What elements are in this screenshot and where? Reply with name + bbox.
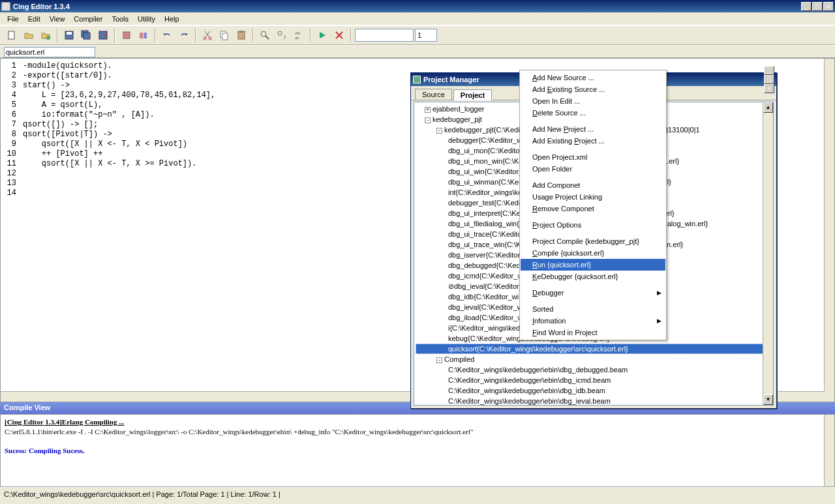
pm-tree-vscrollbar[interactable]: ▲ ▼ [763, 102, 773, 405]
editor-vscrollbar[interactable] [824, 59, 834, 391]
menu-separator [521, 301, 665, 301]
redo-button[interactable] [176, 27, 192, 43]
menu-item[interactable]: Add Existing Source ... [521, 83, 665, 95]
menu-item[interactable]: Debugger▶ [521, 287, 665, 299]
menubar: File Edit View Compiler Tools Utility He… [0, 12, 835, 25]
tree-label: ejabberd_logger [433, 105, 485, 113]
book-button[interactable] [119, 27, 134, 43]
tree-label: Compiled [444, 355, 474, 363]
app-icon [1, 2, 10, 11]
toolbar: ABab [0, 25, 835, 45]
menu-item[interactable]: Project Options [521, 219, 665, 231]
svg-rect-7 [123, 32, 130, 38]
undo-button[interactable] [159, 27, 175, 43]
menu-item[interactable]: Project Compile {kedebugger_pjt} [521, 235, 665, 247]
menu-item[interactable]: KeDebugger {quicksort.erl} [521, 271, 665, 282]
menu-help[interactable]: Help [160, 14, 184, 24]
compile-line-header: [Cing Editor 1.3.4]Erlang Compiling ... [5, 417, 830, 427]
tree-label: quicksort{C:\Keditor_wings\kedebugger\sr… [448, 345, 628, 353]
svg-rect-0 [8, 31, 14, 39]
menu-item[interactable]: Delete Source ... [521, 107, 665, 119]
tree-row[interactable]: quicksort{C:\Keditor_wings\kedebugger\sr… [416, 344, 772, 354]
menu-utility[interactable]: Utility [133, 14, 160, 24]
menu-item[interactable]: Sorted [521, 303, 665, 315]
save-button[interactable] [61, 27, 77, 43]
open-project-button[interactable] [38, 27, 53, 43]
tree-row[interactable]: C:\Keditor_wings\kedebugger\ebin\dbg_iev… [416, 396, 772, 406]
svg-text:ab: ab [295, 36, 299, 40]
pm-minimize-button[interactable]: _ [764, 66, 774, 75]
menu-separator [521, 121, 665, 121]
tree-row[interactable]: -Compiled [416, 354, 772, 364]
open-button[interactable] [21, 27, 37, 43]
menu-edit[interactable]: Edit [23, 14, 45, 24]
tree-row[interactable]: C:\Keditor_wings\kedebugger\ebin\dbg_idb… [416, 385, 772, 396]
find-button[interactable] [257, 27, 273, 43]
find-next-button[interactable] [274, 27, 290, 43]
menu-item[interactable]: Find Word in Project [521, 327, 665, 338]
menu-item[interactable]: Add New Source ... [521, 72, 665, 83]
svg-rect-5 [84, 33, 90, 39]
menu-item[interactable]: Add Existing Project ... [521, 135, 665, 147]
save-all-button[interactable] [78, 27, 94, 43]
filename-input[interactable] [4, 47, 95, 57]
menu-item[interactable]: Usage Project Linking [521, 191, 665, 203]
menu-item[interactable]: Open In Edit ... [521, 95, 665, 107]
svg-rect-3 [67, 32, 72, 35]
books-button[interactable] [136, 27, 151, 43]
toolbar-search-input[interactable] [355, 29, 414, 42]
replace-button[interactable]: ABab [291, 27, 307, 43]
statusbar-text: C:\Keditor_wings\kedebugger\src\quicksor… [4, 490, 281, 498]
filename-bar [0, 45, 835, 58]
menu-item[interactable]: Remove Componet [521, 203, 665, 215]
toolbar-num-input[interactable] [415, 29, 437, 42]
menu-separator [521, 149, 665, 149]
pm-close-button[interactable]: × [764, 84, 774, 93]
run-button[interactable] [314, 27, 330, 43]
menu-item[interactable]: Infomation▶ [521, 315, 665, 327]
new-file-button[interactable] [4, 27, 20, 43]
pm-tab-source[interactable]: Source [415, 89, 452, 100]
compile-vscrollbar[interactable] [824, 415, 834, 486]
minimize-button[interactable]: _ [801, 2, 812, 11]
menu-item[interactable]: Open Folder [521, 163, 665, 175]
tree-expand-icon[interactable]: - [436, 357, 442, 363]
menu-item[interactable]: Run {quicksort.erl} [521, 259, 665, 271]
svg-point-17 [278, 31, 282, 35]
maximize-button[interactable]: □ [812, 2, 823, 11]
pm-tab-project[interactable]: Project [453, 89, 492, 100]
tree-label: kedebugger_pjt [433, 115, 482, 123]
copy-button[interactable] [217, 27, 232, 43]
submenu-arrow-icon: ▶ [657, 318, 661, 324]
menu-compiler[interactable]: Compiler [69, 14, 107, 24]
tree-expand-icon[interactable]: - [436, 128, 442, 134]
close-button[interactable]: × [823, 2, 834, 11]
pm-maximize-button[interactable]: □ [764, 75, 774, 84]
menu-file[interactable]: File [3, 14, 23, 24]
cut-button[interactable] [200, 27, 215, 43]
tree-expand-icon[interactable]: + [425, 107, 431, 113]
tree-label: C:\Keditor_wings\kedebugger\ebin\dbg_iev… [448, 397, 611, 405]
menu-item[interactable]: Compile {quicksort.erl} [521, 247, 665, 259]
pm-icon [413, 76, 421, 83]
menu-view[interactable]: View [45, 14, 70, 24]
scroll-up-icon[interactable]: ▲ [763, 102, 773, 113]
tree-label: C:\Keditor_wings\kedebugger\ebin\dbg_idb… [448, 387, 605, 394]
svg-point-16 [261, 31, 266, 37]
stop-button[interactable] [331, 27, 347, 43]
scroll-down-icon[interactable]: ▼ [763, 394, 773, 405]
menu-tools[interactable]: Tools [107, 14, 133, 24]
paste-button[interactable] [234, 27, 249, 43]
menu-separator [521, 216, 665, 217]
menu-item[interactable]: Open Project.xml [521, 151, 665, 163]
tree-expand-icon[interactable]: - [425, 117, 431, 123]
window-titlebar: Cing Editor 1.3.4 _ □ × [0, 0, 835, 12]
menu-item[interactable]: Add Componet [521, 179, 665, 191]
menu-item[interactable]: Add New Project ... [521, 123, 665, 135]
save-as-button[interactable] [95, 27, 111, 43]
tree-row[interactable]: C:\Keditor_wings\kedebugger\ebin\dbg_deb… [416, 364, 772, 375]
tree-row[interactable]: C:\Keditor_wings\kedebugger\ebin\dbg_icm… [416, 375, 772, 385]
svg-text:AB: AB [295, 31, 300, 35]
compile-line-command: C:\erl5.8.1.1\bin\erlc.exe -I . -I C:\Ke… [5, 427, 830, 437]
code-content[interactable]: -module(quicksort).-export([start/0]).st… [19, 59, 215, 198]
